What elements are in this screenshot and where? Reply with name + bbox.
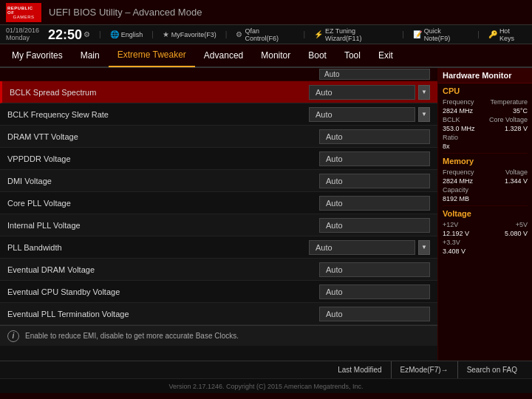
info-bar: i Enable to reduce EMI, disable to get m… <box>0 325 437 346</box>
bios-row-2[interactable]: DRAM VTT Voltage Auto <box>0 126 437 148</box>
hw-cap-value: 8192 MB <box>443 195 469 202</box>
hw-v12-val-row: 12.192 V 5.080 V <box>443 230 528 237</box>
bios-row-value-3: Auto <box>319 151 430 166</box>
dt-hotkeys[interactable]: 🔑 Hot Keys <box>488 27 526 42</box>
hw-cpu-section: CPU <box>443 86 528 95</box>
hw-cpu-temp-value: 35°C <box>513 107 528 115</box>
bios-row-10[interactable]: Eventual PLL Termination Voltage Auto <box>0 303 437 325</box>
bios-row-label-9: Eventual CPU Standby Voltage <box>7 287 319 296</box>
nav-monitor[interactable]: Monitor <box>252 44 299 67</box>
hw-ratio-value: 8x <box>443 143 450 150</box>
hw-ratio-label-row: Ratio <box>443 134 528 141</box>
bios-row-label-2: DRAM VTT Voltage <box>7 132 319 141</box>
hw-mem-freq-value: 2824 MHz <box>443 177 473 185</box>
status-search-faq[interactable]: Search on FAQ <box>458 361 526 378</box>
bios-row-1[interactable]: BCLK Frequency Slew Rate Auto ▼ <box>0 103 437 126</box>
bios-value-box-10[interactable]: Auto <box>319 307 430 321</box>
hw-v12-value: 12.192 V <box>443 230 469 237</box>
nav-advanced[interactable]: Advanced <box>195 44 252 67</box>
bios-value-box-6[interactable]: Auto <box>319 218 430 233</box>
globe-icon: 🌐 <box>110 30 119 38</box>
bios-row-4[interactable]: DMI Voltage Auto <box>0 170 437 192</box>
dt-english[interactable]: 🌐 English <box>110 30 143 38</box>
dt-myfavorite[interactable]: ★ MyFavorite(F3) <box>163 30 216 38</box>
bios-row-7[interactable]: PLL Bandwidth Auto ▼ <box>0 236 437 259</box>
hw-v5-label: +5V <box>516 221 528 228</box>
nav-tool[interactable]: Tool <box>335 44 369 67</box>
note-icon: 📝 <box>413 30 422 38</box>
bios-row-9[interactable]: Eventual CPU Standby Voltage Auto <box>0 281 437 303</box>
hw-cap-label: Capacity <box>443 186 468 194</box>
bios-row-6[interactable]: Internal PLL Voltage Auto <box>0 214 437 236</box>
bios-value-box-2[interactable]: Auto <box>319 129 430 144</box>
bios-row-3[interactable]: VPPDDR Voltage Auto <box>0 148 437 170</box>
status-bar: Last Modified EzMode(F7)→ Search on FAQ <box>0 361 532 378</box>
hw-v12-label: +12V <box>443 221 458 228</box>
nav-my-favorites[interactable]: My Favorites <box>3 44 72 67</box>
bios-row-value-5: Auto <box>319 196 430 211</box>
dt-quicknote[interactable]: 📝 Quick Note(F9) <box>413 27 468 42</box>
status-ez-mode[interactable]: EzMode(F7)→ <box>392 361 458 378</box>
ez-icon: ⚡ <box>314 30 323 38</box>
bios-row-0[interactable]: BCLK Spread Spectrum Auto ▼ <box>0 81 437 103</box>
nav-extreme-tweaker[interactable]: Extreme Tweaker <box>109 44 195 67</box>
bios-value-box-5[interactable]: Auto <box>319 196 430 211</box>
bios-row-value-2: Auto <box>319 129 430 144</box>
time-display: 22:50 <box>48 28 82 41</box>
hw-mem-volt-value: 1.344 V <box>505 177 528 185</box>
bios-row-value-7: Auto ▼ <box>309 240 430 255</box>
bios-row-value-10: Auto <box>319 307 430 321</box>
dt-eztuning[interactable]: ⚡ EZ Tuning Wizard(F11) <box>314 27 393 42</box>
hw-ratio-val-row: 8x <box>443 143 528 150</box>
bios-row-5[interactable]: Core PLL Voltage Auto <box>0 192 437 214</box>
logo: REPUBLIC OF GAMERS <box>6 3 41 22</box>
header-bar: REPUBLIC OF GAMERS UEFI BIOS Utility – A… <box>0 0 532 25</box>
hw-v33-value: 3.408 V <box>443 248 466 255</box>
nav-exit[interactable]: Exit <box>369 44 402 67</box>
bios-row-value-9: Auto <box>319 284 430 299</box>
hw-cpu-freq-row: Frequency Temperature <box>443 98 528 106</box>
bios-dropdown-arrow-1[interactable]: ▼ <box>418 107 430 122</box>
bios-row-label-1: BCLK Frequency Slew Rate <box>7 110 309 119</box>
left-panel: Auto BCLK Spread Spectrum Auto ▼ BCLK Fr… <box>0 68 437 361</box>
logo-bottom: GAMERS <box>13 15 34 19</box>
bios-row-label-0: BCLK Spread Spectrum <box>10 88 309 97</box>
date-line2: Monday <box>6 35 39 42</box>
time-gear-icon[interactable]: ⚙ <box>83 30 90 38</box>
dt-qfan[interactable]: ⚙ Qfan Control(F6) <box>236 27 294 42</box>
hw-cpu-freq-label: Frequency <box>443 98 474 106</box>
bios-value-box-0[interactable]: Auto <box>309 85 415 100</box>
hw-bclk-label-row: BCLK Core Voltage <box>443 116 528 123</box>
bios-row-label-4: DMI Voltage <box>7 177 319 185</box>
hw-v33-label: +3.3V <box>443 239 460 246</box>
bios-row-8[interactable]: Eventual DRAM Voltage Auto <box>0 259 437 281</box>
key-icon: 🔑 <box>488 30 497 38</box>
bios-row-label-6: Internal PLL Voltage <box>7 221 319 230</box>
bios-row-label-5: Core PLL Voltage <box>7 199 319 208</box>
right-panel: Hardware Monitor CPU Frequency Temperatu… <box>437 68 532 361</box>
hw-cpu-freq-val-row: 2824 MHz 35°C <box>443 107 528 115</box>
nav-boot[interactable]: Boot <box>299 44 335 67</box>
hw-mem-labels-row: Frequency Voltage <box>443 168 528 176</box>
bios-value-box-9[interactable]: Auto <box>319 284 430 299</box>
bios-row-value-4: Auto <box>319 174 430 188</box>
bios-value-box-8[interactable]: Auto <box>319 262 430 277</box>
main-layout: Auto BCLK Spread Spectrum Auto ▼ BCLK Fr… <box>0 68 532 361</box>
bios-value-box-7[interactable]: Auto <box>309 240 415 255</box>
hw-v33-val-row: 3.408 V <box>443 248 528 255</box>
bios-value-box-4[interactable]: Auto <box>319 174 430 188</box>
bios-dropdown-arrow-7[interactable]: ▼ <box>418 240 430 255</box>
bios-value-box-1[interactable]: Auto <box>309 107 415 122</box>
partial-value: Auto <box>319 69 430 80</box>
bios-value-box-3[interactable]: Auto <box>319 151 430 166</box>
hw-cpu-freq-value: 2824 MHz <box>443 107 473 115</box>
bios-row-label-3: VPPDDR Voltage <box>7 154 319 163</box>
nav-main[interactable]: Main <box>72 44 109 67</box>
favorite-icon: ★ <box>163 30 169 38</box>
status-last-modified[interactable]: Last Modified <box>329 361 391 378</box>
hw-v12-label-row: +12V +5V <box>443 221 528 228</box>
bios-row-label-8: Eventual DRAM Voltage <box>7 265 319 274</box>
hw-voltage-section: Voltage <box>443 209 528 218</box>
bios-dropdown-arrow-0[interactable]: ▼ <box>418 85 430 100</box>
footer-text: Version 2.17.1246. Copyright (C) 2015 Am… <box>168 383 363 390</box>
